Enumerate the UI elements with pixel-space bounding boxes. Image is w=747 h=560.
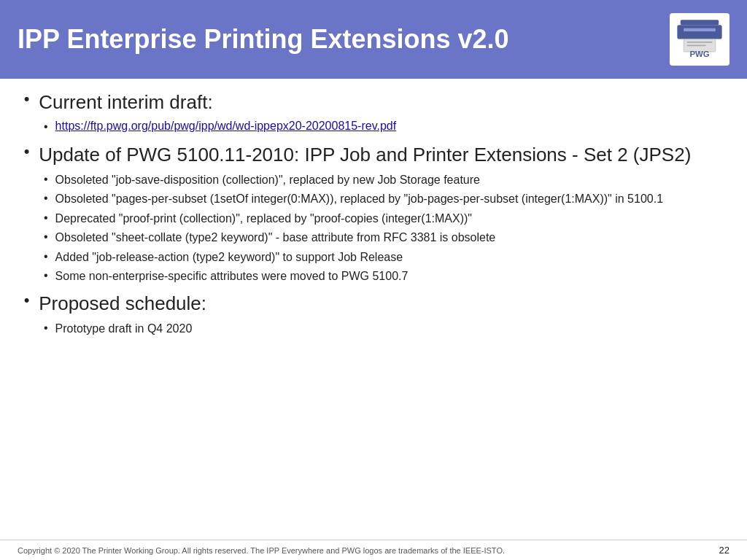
svg-rect-1 (677, 25, 721, 39)
list-item: • Added "job-release-action (type2 keywo… (42, 249, 725, 265)
sub-item-text-5: Added "job-release-action (type2 keyword… (55, 249, 403, 265)
list-item: • Obsoleted "pages-per-subset (1setOf in… (42, 191, 725, 207)
sub-item-text-2: Obsoleted "pages-per-subset (1setOf inte… (55, 191, 663, 207)
bullet-update-pwg: • Update of PWG 5100.11-2010: IPP Job an… (22, 143, 725, 168)
draft-link-item: • https://ftp.pwg.org/pub/pwg/ipp/wd/wd-… (42, 120, 725, 136)
section-proposed-schedule: • Proposed schedule: • Prototype draft i… (22, 292, 725, 337)
sub-bullet-dot-sched-1: • (42, 321, 50, 337)
sub-bullets-draft: • https://ftp.pwg.org/pub/pwg/ipp/wd/wd-… (42, 120, 725, 136)
list-item: • Obsoleted "job-save-disposition (colle… (42, 172, 725, 188)
svg-rect-0 (681, 20, 719, 25)
page-title: IPP Enterprise Printing Extensions v2.0 (18, 24, 670, 55)
proposed-schedule-label: Proposed schedule: (39, 292, 206, 316)
svg-text:PWG: PWG (689, 50, 709, 58)
svg-rect-5 (687, 44, 706, 46)
sub-bullets-schedule: • Prototype draft in Q4 2020 (42, 321, 725, 337)
svg-rect-4 (687, 42, 713, 43)
sub-bullet-dot-3: • (42, 211, 50, 227)
bullet-dot-1: • (22, 90, 31, 112)
bullet-proposed-schedule: • Proposed schedule: (22, 292, 725, 316)
current-draft-label: Current interim draft: (39, 90, 212, 115)
sub-item-text-3: Deprecated "proof-print (collection)", r… (55, 211, 472, 227)
sub-bullet-dot-2: • (42, 191, 50, 207)
footer-copyright: Copyright © 2020 The Printer Working Gro… (18, 546, 505, 555)
pwg-logo-svg: PWG (674, 18, 725, 61)
sub-item-text-6: Some non-enterprise-specific attributes … (55, 268, 409, 284)
list-item: • Obsoleted "sheet-collate (type2 keywor… (42, 230, 725, 246)
sub-item-text-4: Obsoleted "sheet-collate (type2 keyword)… (55, 230, 496, 246)
sub-bullets-pwg: • Obsoleted "job-save-disposition (colle… (42, 172, 725, 284)
bullet-dot-2: • (22, 143, 31, 164)
section-current-draft: • Current interim draft: • https://ftp.p… (22, 90, 725, 136)
schedule-item-1: Prototype draft in Q4 2020 (55, 321, 193, 337)
svg-rect-2 (684, 28, 716, 31)
sub-item-text-1: Obsoleted "job-save-disposition (collect… (55, 172, 480, 188)
footer: Copyright © 2020 The Printer Working Gro… (0, 540, 747, 560)
update-pwg-label: Update of PWG 5100.11-2010: IPP Job and … (39, 143, 691, 168)
section-update-pwg: • Update of PWG 5100.11-2010: IPP Job an… (22, 143, 725, 284)
sub-bullet-dot-6: • (42, 268, 50, 284)
bullet-dot-3: • (22, 292, 31, 313)
draft-link[interactable]: https://ftp.pwg.org/pub/pwg/ipp/wd/wd-ip… (55, 120, 397, 133)
sub-bullet-dot-link: • (42, 120, 50, 136)
sub-bullet-dot-1: • (42, 172, 50, 188)
sub-bullet-dot-4: • (42, 230, 50, 246)
sub-bullet-dot-5: • (42, 249, 50, 265)
main-content: • Current interim draft: • https://ftp.p… (0, 79, 747, 540)
bullet-current-draft: • Current interim draft: (22, 90, 725, 115)
list-item: • Some non-enterprise-specific attribute… (42, 268, 725, 284)
footer-page-number: 22 (719, 545, 729, 556)
list-item: • Deprecated "proof-print (collection)",… (42, 211, 725, 227)
header: IPP Enterprise Printing Extensions v2.0 … (0, 0, 747, 79)
pwg-logo: PWG (670, 13, 729, 66)
list-item: • Prototype draft in Q4 2020 (42, 321, 725, 337)
